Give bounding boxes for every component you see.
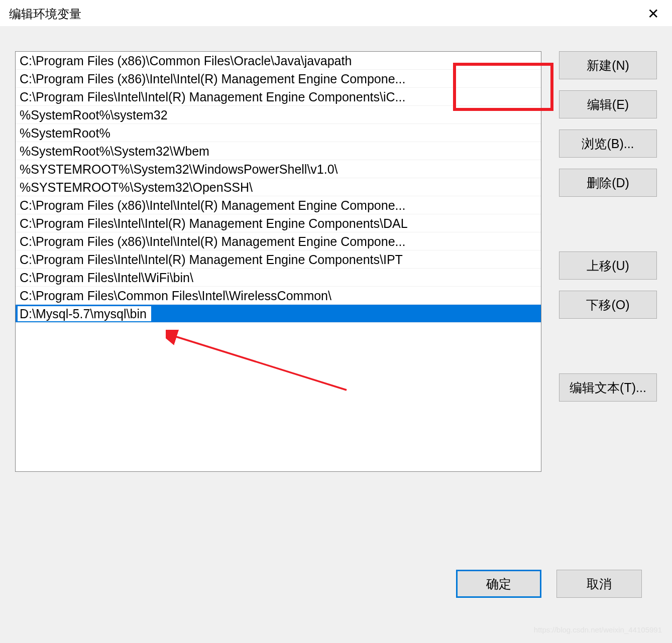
list-item-editing[interactable] <box>16 305 541 323</box>
list-item[interactable]: C:\Program Files\Intel\Intel(R) Manageme… <box>16 88 541 106</box>
list-item[interactable]: C:\Program Files (x86)\Common Files\Orac… <box>16 52 541 70</box>
titlebar: 编辑环境变量 ✕ <box>0 0 672 26</box>
main-row: C:\Program Files (x86)\Common Files\Orac… <box>15 51 657 555</box>
list-item[interactable]: C:\Program Files\Intel\Intel(R) Manageme… <box>16 250 541 269</box>
list-item[interactable]: C:\Program Files (x86)\Intel\Intel(R) Ma… <box>16 232 541 250</box>
spacer <box>559 208 657 240</box>
moveup-button[interactable]: 上移(U) <box>559 251 657 280</box>
new-button[interactable]: 新建(N) <box>559 51 657 79</box>
path-edit-input[interactable] <box>17 306 152 322</box>
edit-button[interactable]: 编辑(E) <box>559 90 657 118</box>
edittext-button[interactable]: 编辑文本(T)... <box>559 373 657 402</box>
browse-button[interactable]: 浏览(B)... <box>559 130 657 158</box>
movedown-button[interactable]: 下移(O) <box>559 291 657 319</box>
spacer <box>559 330 657 362</box>
list-item[interactable]: %SYSTEMROOT%\System32\OpenSSH\ <box>16 178 541 196</box>
ok-button[interactable]: 确定 <box>456 570 541 598</box>
list-item[interactable]: %SystemRoot%\System32\Wbem <box>16 142 541 160</box>
buttons-column: 新建(N) 编辑(E) 浏览(B)... 删除(D) 上移(U) 下移(O) 编… <box>559 51 657 555</box>
list-item[interactable]: %SystemRoot% <box>16 124 541 142</box>
cancel-button[interactable]: 取消 <box>556 570 642 598</box>
watermark-text: https://blog.csdn.net/weixin_44105991 <box>534 625 662 634</box>
path-list[interactable]: C:\Program Files (x86)\Common Files\Orac… <box>15 51 541 472</box>
content-area: C:\Program Files (x86)\Common Files\Orac… <box>0 26 672 643</box>
edit-env-var-dialog: 编辑环境变量 ✕ C:\Program Files (x86)\Common F… <box>0 0 672 643</box>
list-item[interactable]: %SystemRoot%\system32 <box>16 106 541 124</box>
footer-buttons: 确定 取消 <box>15 555 657 628</box>
close-icon[interactable]: ✕ <box>643 7 663 21</box>
list-item[interactable]: C:\Program Files (x86)\Intel\Intel(R) Ma… <box>16 196 541 214</box>
dialog-title: 编辑环境变量 <box>9 6 81 22</box>
list-item[interactable]: C:\Program Files\Common Files\Intel\Wire… <box>16 287 541 305</box>
list-item[interactable]: C:\Program Files (x86)\Intel\Intel(R) Ma… <box>16 70 541 88</box>
list-item[interactable]: %SYSTEMROOT%\System32\WindowsPowerShell\… <box>16 160 541 178</box>
delete-button[interactable]: 删除(D) <box>559 169 657 197</box>
list-item[interactable]: C:\Program Files\Intel\WiFi\bin\ <box>16 269 541 287</box>
list-item[interactable]: C:\Program Files\Intel\Intel(R) Manageme… <box>16 214 541 232</box>
